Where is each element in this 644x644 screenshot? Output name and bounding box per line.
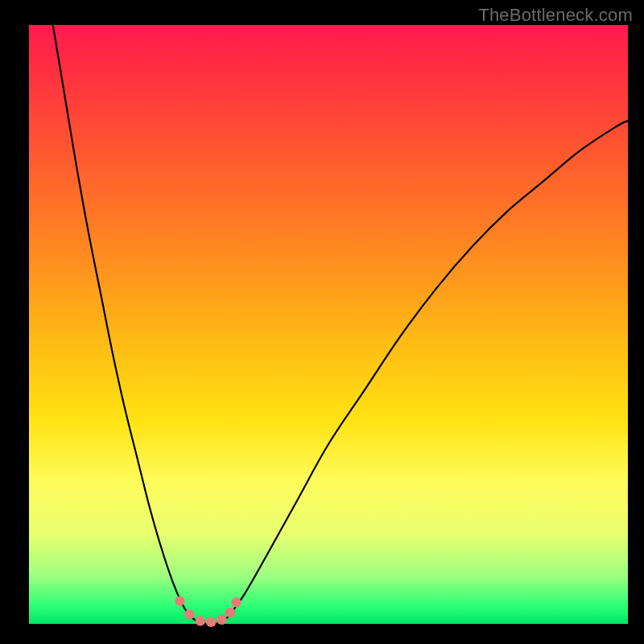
marker-dot <box>175 597 184 606</box>
marker-dot <box>206 617 216 627</box>
marker-dot <box>231 597 241 607</box>
marker-dot <box>217 615 226 625</box>
chart-svg <box>29 25 628 624</box>
marker-dot <box>184 609 194 619</box>
marker-dot <box>225 608 235 617</box>
chart-plot-area <box>29 25 628 624</box>
marker-dot-group <box>175 597 241 627</box>
marker-dot <box>196 616 205 625</box>
curve-left-branch <box>53 25 194 619</box>
watermark-text: TheBottleneck.com <box>478 5 633 26</box>
curve-right-branch <box>229 121 628 615</box>
